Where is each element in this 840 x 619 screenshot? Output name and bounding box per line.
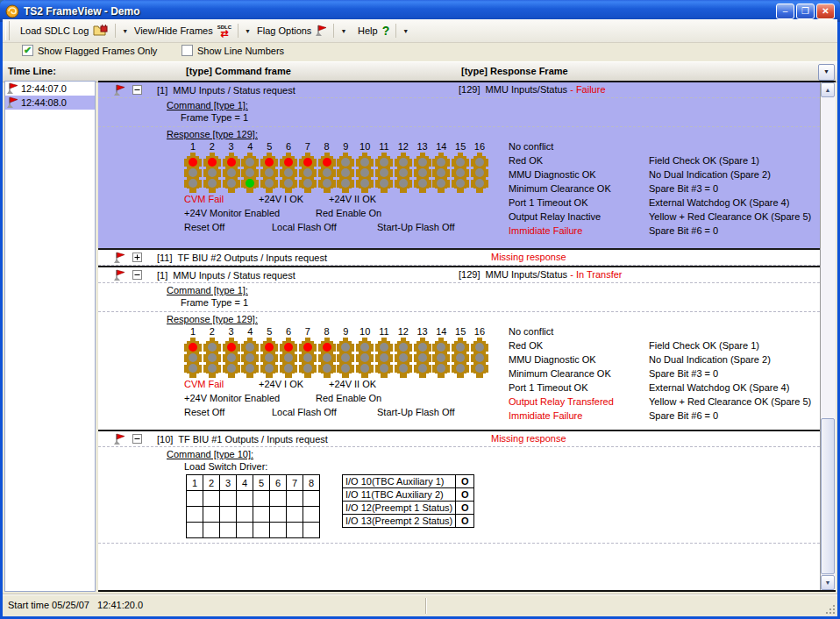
- load-switch-cell: [187, 523, 203, 538]
- timeline-panel[interactable]: 12:44:07.012:44:08.0: [4, 81, 96, 592]
- mmu-status-row: Immidiate FailureSpare Bit #6 = 0: [509, 225, 811, 239]
- minimize-button[interactable]: –: [776, 4, 794, 19]
- channel-number: 9: [337, 141, 354, 153]
- frame-block: [11] TF BIU #2 Outputs / Inputs requestM…: [98, 250, 820, 266]
- window-title: TS2 FrameView - Demo: [24, 5, 776, 18]
- load-switch-cell: [203, 523, 220, 538]
- load-switch-column-header: 4: [237, 475, 253, 491]
- signal-head-off: [375, 338, 393, 378]
- load-switch-column-header: 3: [220, 475, 237, 491]
- help-dropdown[interactable]: ▼: [402, 28, 409, 34]
- mmu-status-row: MMU Diagnostic OKNo Dual Indication (Spa…: [509, 169, 811, 183]
- toolbar-grip[interactable]: [5, 21, 10, 40]
- channel-number: 14: [432, 326, 450, 338]
- options-row: ✔ Show Flagged Frames Only Show Line Num…: [3, 43, 837, 61]
- scroll-down-button[interactable]: ▼: [821, 575, 835, 590]
- view-hide-frames-button[interactable]: View/Hide Frames SDLC ⇄ ▼: [134, 19, 251, 42]
- channel-number: 7: [299, 326, 317, 338]
- load-switch-column-header: 1: [187, 475, 203, 491]
- channel-number: 1: [184, 141, 202, 153]
- io-state-indicator: O: [456, 515, 474, 528]
- signal-head-off: [375, 153, 393, 193]
- collapse-toggle-icon[interactable]: [132, 434, 142, 444]
- timeline-item[interactable]: 12:44:07.0: [5, 82, 95, 96]
- signal-head-off: [241, 338, 259, 378]
- help-button[interactable]: Help ? ▼: [358, 19, 409, 42]
- channel-number: 10: [356, 141, 374, 153]
- mmu-status-spare-item: Spare Bit #6 = 0: [649, 410, 718, 421]
- header-dropdown-button[interactable]: ▼: [818, 64, 835, 81]
- scroll-up-button[interactable]: ▲: [821, 82, 835, 97]
- mmu-status-spare-item: Field Check OK (Spare 1): [649, 155, 759, 166]
- close-button[interactable]: ✕: [816, 4, 835, 19]
- load-switch-cell: [287, 523, 303, 538]
- flag-options-button[interactable]: Flag Options ▼: [257, 19, 346, 42]
- table-row: I/O 12(Preempt 1 Status)O: [343, 502, 474, 515]
- signal-status-item: +24V Monitor Enabled: [184, 208, 280, 218]
- show-line-numbers-checkbox[interactable]: Show Line Numbers: [182, 45, 284, 56]
- checkbox-checked-icon[interactable]: ✔: [22, 45, 33, 56]
- mmu-status-spare-item: Yellow + Red Clearance OK (Spare 5): [649, 396, 811, 407]
- load-sdlc-log-button[interactable]: Load SDLC Log ▼: [20, 19, 128, 42]
- view-hide-frames-dropdown[interactable]: ▼: [245, 28, 251, 34]
- channel-number: 6: [280, 141, 297, 153]
- table-row: [187, 523, 320, 538]
- load-switch-cell: [253, 491, 270, 507]
- command-frame-header: [type] Command frame: [186, 66, 291, 76]
- load-switch-cell: [303, 491, 320, 507]
- timeline-item-time: 12:44:08.0: [21, 97, 67, 108]
- collapse-toggle-icon[interactable]: [132, 270, 142, 280]
- mmu-status-spare-item: Yellow + Red Clearance OK (Spare 5): [649, 211, 811, 222]
- load-sdlc-log-label: Load SDLC Log: [20, 25, 89, 36]
- command-detail: Frame Type = 1: [181, 297, 820, 311]
- maximize-button[interactable]: ❐: [796, 4, 815, 19]
- channel-number: 5: [260, 326, 278, 338]
- table-row: [187, 507, 320, 523]
- frame-header-row[interactable]: [1] MMU Inputs / Status request[129] MMU…: [98, 267, 820, 282]
- channel-number: 9: [337, 326, 354, 338]
- channel-number: 16: [471, 326, 488, 338]
- show-line-numbers-label: Show Line Numbers: [197, 46, 284, 56]
- load-sdlc-log-dropdown[interactable]: ▼: [122, 28, 128, 34]
- signal-status-item: Red Enable On: [316, 208, 381, 218]
- timeline-item-time: 12:44:07.0: [21, 83, 67, 94]
- load-switch-column-header: 2: [203, 475, 220, 491]
- dashed-separator: [98, 543, 820, 544]
- expand-toggle-icon[interactable]: [132, 253, 142, 262]
- flag-icon: [114, 84, 125, 96]
- show-flagged-frames-checkbox[interactable]: ✔ Show Flagged Frames Only: [22, 45, 157, 56]
- signal-head-green: [241, 153, 259, 193]
- channel-number: 10: [356, 326, 374, 338]
- signal-head-off: [414, 153, 431, 193]
- folder-lock-icon: [93, 25, 109, 37]
- frame-header-row[interactable]: [1] MMU Inputs / Status request[129] MMU…: [98, 82, 820, 97]
- mmu-status-item: MMU Diagnostic OK: [509, 169, 649, 180]
- load-switch-column-header: 8: [303, 475, 320, 491]
- flag-icon: [114, 269, 125, 281]
- mmu-status-row: Red OKField Check OK (Spare 1): [509, 340, 811, 354]
- load-switch-cell: [220, 491, 237, 507]
- mmu-status-row: No conflict: [509, 141, 811, 155]
- collapse-toggle-icon[interactable]: [132, 85, 142, 95]
- frame-header-row[interactable]: [11] TF BIU #2 Outputs / Inputs requestM…: [98, 250, 820, 265]
- separator: [333, 24, 334, 38]
- flag-options-dropdown[interactable]: ▼: [340, 28, 346, 34]
- signal-head-off: [432, 338, 450, 378]
- io-state-indicator: O: [456, 502, 474, 515]
- signal-head-red: [318, 338, 336, 378]
- mmu-status-list: No conflictRed OKField Check OK (Spare 1…: [509, 326, 811, 424]
- resize-grip[interactable]: [825, 604, 836, 615]
- signal-status-item: +24V Monitor Enabled: [184, 393, 280, 403]
- signal-status-item: Local Flash Off: [272, 222, 337, 232]
- channel-number: 8: [318, 326, 336, 338]
- frame-command-title: [1] MMU Inputs / Status request: [157, 85, 295, 96]
- io-label: I/O 11(TBC Auxiliary 2): [343, 488, 456, 502]
- frame-header-row[interactable]: [10] TF BIU #1 Outputs / Inputs requestM…: [98, 431, 820, 446]
- timeline-item[interactable]: 12:44:08.0: [5, 96, 95, 110]
- vertical-scrollbar[interactable]: ▲ ▼: [820, 82, 836, 590]
- checkbox-unchecked-icon[interactable]: [182, 45, 193, 56]
- statusbar-divider: [425, 598, 426, 614]
- scrollbar-thumb[interactable]: [821, 418, 835, 574]
- channel-number: 5: [260, 141, 278, 153]
- table-row: I/O 13(Preempt 2 Status)O: [343, 515, 474, 528]
